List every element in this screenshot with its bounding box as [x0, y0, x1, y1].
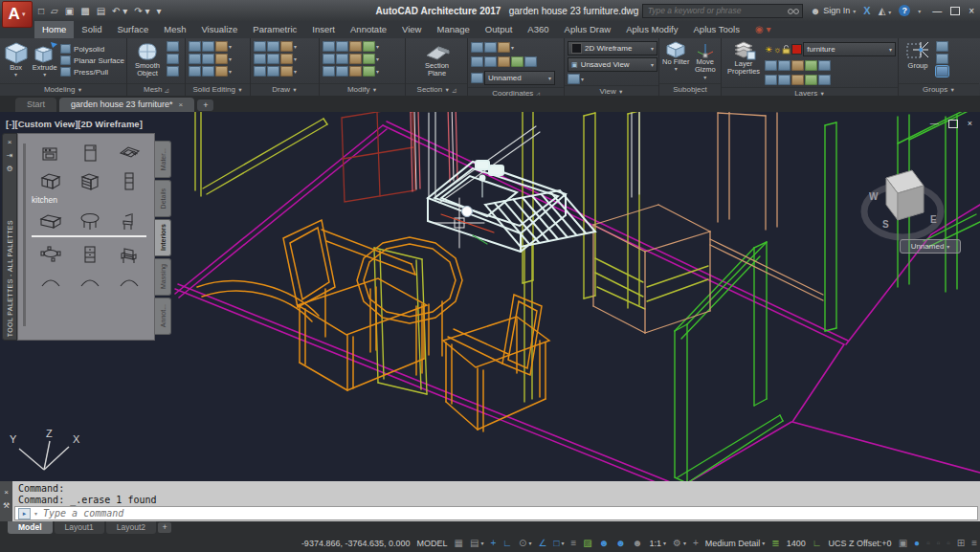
layer-tools-row2[interactable] [765, 74, 896, 86]
planar-surface-button[interactable]: Planar Surface [60, 55, 124, 65]
tool-icon[interactable] [323, 66, 335, 77]
visual-style-dropdown[interactable]: 2D Wireframe▾ [568, 41, 657, 55]
search-input[interactable] [646, 5, 788, 16]
section-plane-button[interactable]: Section Plane [416, 40, 458, 78]
palette-item-arc[interactable] [33, 269, 68, 295]
palette-item-base-cabinet[interactable] [33, 167, 68, 193]
panel-label-layers[interactable]: Layers ▼ [722, 87, 898, 96]
door-frame-green[interactable] [675, 242, 783, 481]
command-input-row[interactable]: ▸ ▾ [14, 506, 978, 520]
viewport-view-control[interactable]: [Custom View] [15, 119, 78, 129]
coordinates-tools-row1[interactable]: ▾ [471, 41, 555, 54]
ribbon-tab-a360[interactable]: A360 [520, 21, 556, 38]
lineweight-icon[interactable]: ≡ [571, 538, 577, 549]
viewcube[interactable]: W S E Unnamed▾ [852, 139, 978, 252]
ribbon-tab-aplus-draw[interactable]: Aplus Draw [557, 21, 619, 38]
viewport-menu-control[interactable]: [-] [6, 119, 15, 129]
sign-in-button[interactable]: ☻ Sign In ▾ [811, 6, 857, 16]
annotation-autoscale-icon[interactable]: ☻ [615, 538, 626, 549]
tool-icon[interactable] [363, 66, 375, 77]
tool-icon[interactable] [791, 75, 804, 85]
snap-mode-icon[interactable]: ▤▾ [470, 538, 483, 549]
command-close-icon[interactable]: × [4, 488, 9, 497]
viewcube-west-label[interactable]: W [869, 191, 879, 202]
tool-icon[interactable] [202, 66, 214, 77]
tool-icon[interactable] [349, 41, 362, 52]
saveas-icon[interactable]: ▩ [80, 6, 89, 16]
ribbon-tab-visualize[interactable]: Visualize [193, 21, 245, 38]
kitchen-sink-selected[interactable] [428, 161, 595, 252]
tool-icon[interactable] [267, 66, 279, 77]
ribbon-tab-insert[interactable]: Insert [304, 21, 343, 38]
extrude-button[interactable]: Extrude▾ [31, 40, 58, 78]
layer-lock-icon[interactable] [782, 45, 791, 55]
tool-icon[interactable] [765, 60, 777, 71]
ribbon-tab-view[interactable]: View [394, 21, 429, 38]
transparency-icon[interactable]: ▨ [583, 538, 591, 549]
command-customize-icon[interactable]: ⚒ [3, 501, 10, 510]
panel-label-modify[interactable]: Modify ▼ [320, 83, 405, 96]
layout-tab-layout1[interactable]: Layout1 [55, 521, 104, 534]
tool-icon[interactable] [323, 41, 335, 52]
disabled-icon-3[interactable]: ▫ [947, 538, 950, 549]
disabled-icon-1[interactable]: ▫ [926, 538, 930, 549]
tool-icon[interactable] [280, 54, 293, 64]
command-caret-icon[interactable]: ▾ [34, 510, 37, 517]
viewport-restore-button[interactable] [948, 120, 958, 128]
tool-icon[interactable] [805, 60, 817, 71]
tool-icon[interactable] [189, 66, 201, 77]
ucs-offset-readout[interactable]: UCS Z Offset:+0 [829, 539, 892, 548]
command-input[interactable] [41, 507, 977, 519]
tool-icon[interactable] [363, 54, 375, 64]
tool-icon[interactable] [778, 60, 791, 71]
isometric-drafting-icon[interactable]: ∠ [538, 538, 546, 549]
panel-maroon[interactable] [342, 112, 415, 202]
ribbon-tab-surface[interactable]: Surface [109, 21, 156, 38]
ribbon-tab-mesh[interactable]: Mesh [156, 21, 193, 38]
tool-icon[interactable] [202, 41, 214, 52]
panel-label-modeling[interactable]: Modeling ▼ [0, 83, 126, 96]
save-icon[interactable]: ▣ [65, 6, 74, 16]
tool-icon[interactable] [765, 75, 777, 85]
clean-screen-icon[interactable]: ⊞ [957, 538, 965, 549]
panel-label-mesh[interactable]: Mesh ◿ [127, 83, 185, 96]
palette-item-round-table[interactable] [73, 208, 107, 233]
palette-autohide-icon[interactable]: ⇥ [7, 151, 13, 160]
tool-icon[interactable] [818, 75, 831, 85]
panel-label-section[interactable]: Section ▼ ◿ [406, 83, 467, 96]
solid-editing-tools-grid[interactable]: ▾▾▾ [189, 40, 232, 77]
layer-dropdown[interactable]: furniture▾ [803, 42, 896, 56]
viewcube-view-name-button[interactable]: Unnamed▾ [900, 239, 961, 254]
coordinates-tools-row2[interactable] [471, 55, 555, 68]
panel-label-coordinates[interactable]: Coordinates ◿ [468, 87, 564, 96]
tool-icon[interactable] [189, 41, 201, 52]
layer-properties-button[interactable]: Layer Properties [724, 40, 763, 77]
tool-icon[interactable] [363, 41, 375, 52]
help-search-box[interactable] [642, 4, 803, 18]
file-tab-start[interactable]: Start [15, 98, 56, 112]
tool-icon[interactable] [280, 66, 293, 77]
minimize-button[interactable]: — [932, 6, 942, 16]
tool-icon[interactable] [254, 41, 266, 52]
ribbon-tab-aplus-tools[interactable]: Aplus Tools [686, 21, 747, 38]
tool-icon[interactable] [189, 54, 201, 64]
viewport-visual-style-control[interactable]: [2D Wireframe] [78, 119, 143, 129]
command-recent-icon[interactable]: ▸ [18, 508, 31, 519]
plot-icon[interactable]: ▤ [97, 6, 105, 16]
file-tab-close-icon[interactable]: × [179, 98, 184, 112]
layer-stack-icon[interactable]: ≣ [771, 538, 779, 549]
tool-icon[interactable] [336, 66, 348, 77]
layer-freeze-icon[interactable]: ☼ [773, 45, 781, 55]
palette-item-sideboard[interactable] [33, 208, 68, 233]
help-icon[interactable]: ? [899, 5, 910, 16]
viewport-close-button[interactable]: × [968, 119, 972, 128]
ortho-mode-icon[interactable]: ∟ [502, 538, 512, 549]
qat-menu-icon[interactable]: ▾ [156, 6, 161, 16]
tool-icon[interactable] [805, 75, 817, 85]
tool-icon[interactable] [349, 54, 362, 64]
ribbon-tab-home[interactable]: Home [34, 21, 74, 38]
layout-tab-layout2[interactable]: Layout2 [106, 521, 156, 534]
chair-right[interactable] [443, 295, 549, 431]
viewport-minimize-button[interactable]: — [930, 119, 939, 128]
palette-item-drawer-unit[interactable] [73, 167, 107, 193]
